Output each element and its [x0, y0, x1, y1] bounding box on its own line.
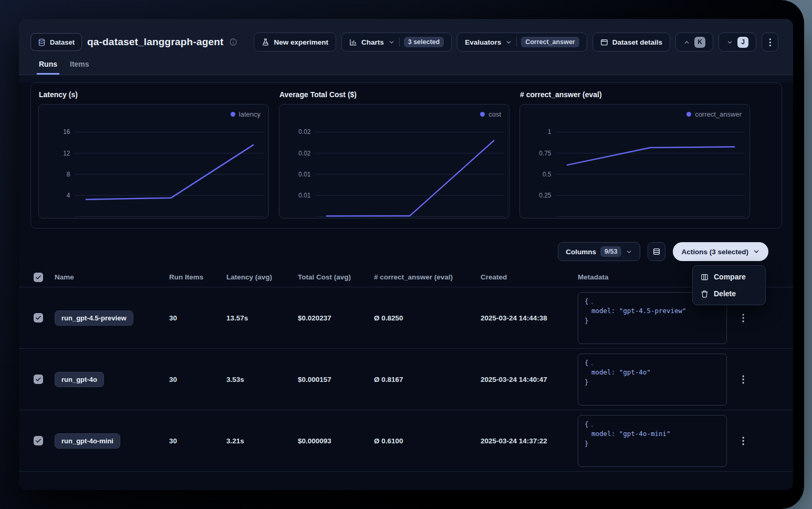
column-header-latency[interactable]: Latency (avg)	[226, 273, 298, 281]
chevron-down-icon	[505, 39, 512, 46]
row-checkbox[interactable]	[34, 375, 43, 384]
row-kebab-icon[interactable]: ⋮	[731, 435, 793, 446]
correct-answer-cell: Ø 0.8167	[374, 376, 481, 383]
column-header-correct-answer[interactable]: # correct_answer (eval)	[374, 273, 481, 281]
new-experiment-button[interactable]: New experiment	[254, 33, 336, 51]
correct-answer-line-chart: 10.750.50.25	[520, 105, 749, 218]
svg-text:12: 12	[63, 150, 70, 157]
collapse-chevron-icon[interactable]: ⌄	[591, 422, 594, 428]
dataset-details-button[interactable]: Dataset details	[592, 33, 670, 51]
svg-text:0.02: 0.02	[298, 128, 310, 136]
columns-count-badge: 9/53	[600, 246, 621, 257]
table-row: run_gpt-4.5-preview 30 13.57s $0.020237 …	[19, 287, 793, 349]
svg-text:0.01: 0.01	[298, 171, 311, 178]
json-close-brace: }	[585, 316, 720, 326]
total-cost-cell: $0.000157	[298, 376, 374, 383]
dataset-details-label: Dataset details	[612, 38, 662, 46]
prev-dataset-button[interactable]: K	[675, 33, 713, 51]
correct-answer-cell: Ø 0.6100	[374, 437, 481, 445]
svg-text:0.75: 0.75	[539, 150, 551, 157]
menu-item-compare[interactable]: Compare	[695, 268, 763, 285]
chart-correct-answer: # correct_answer (eval) correct_answer 1…	[519, 90, 750, 219]
legend: cost	[480, 110, 501, 118]
legend-dot	[480, 112, 485, 117]
tab-runs[interactable]: Runs	[37, 60, 59, 75]
dataset-type-badge: Dataset	[30, 33, 82, 51]
svg-text:0.02: 0.02	[298, 150, 310, 157]
charts-dropdown-button[interactable]: Charts 3 selected	[341, 33, 452, 51]
chevron-down-icon	[753, 248, 760, 255]
correct-answer-cell: Ø 0.8250	[374, 314, 481, 322]
run-items-cell: 30	[169, 437, 226, 445]
chart-latency: Latency (s) latency 161284	[38, 90, 269, 219]
table-controls: Columns 9/53 Actions (3 selected)	[19, 242, 793, 261]
metadata-json-box[interactable]: {⌄ model: "gpt-4o-mini" }	[578, 415, 727, 467]
tabs: Runs Items	[30, 60, 778, 75]
row-kebab-icon[interactable]: ⋮	[731, 373, 793, 385]
divider	[516, 37, 517, 47]
run-name-pill[interactable]: run_gpt-4.5-preview	[55, 310, 133, 326]
svg-text:0.5: 0.5	[543, 171, 551, 178]
chevron-down-icon	[388, 39, 395, 46]
compare-label: Compare	[714, 273, 746, 281]
column-header-total-cost[interactable]: Total Cost (avg)	[298, 273, 374, 281]
app-window: Dataset qa-dataset_langgraph-agent New e…	[19, 19, 793, 490]
svg-text:0.25: 0.25	[539, 192, 551, 199]
select-all-checkbox[interactable]	[34, 273, 43, 282]
evaluators-selected-badge: Correct_answer	[521, 37, 579, 47]
total-cost-cell: $0.020237	[298, 314, 374, 322]
collapse-chevron-icon[interactable]: ⌄	[591, 299, 594, 305]
svg-text:4: 4	[67, 192, 70, 199]
evaluators-dropdown-button[interactable]: Evaluators Correct_answer	[457, 33, 587, 51]
header-toolbar: New experiment Charts 3 selected	[254, 33, 778, 51]
column-header-name[interactable]: Name	[55, 273, 169, 281]
collapse-chevron-icon[interactable]: ⌄	[591, 360, 594, 366]
total-cost-cell: $0.000093	[298, 437, 374, 445]
run-name-pill[interactable]: run_gpt-4o	[55, 372, 104, 387]
column-header-run-items[interactable]: Run Items	[169, 273, 226, 281]
chart-card-latency: latency 161284	[38, 104, 269, 219]
chart-card-cost: cost 0.020.020.010.01	[279, 104, 509, 219]
run-name-pill[interactable]: run_gpt-4o-mini	[55, 433, 120, 449]
delete-label: Delete	[714, 289, 736, 298]
row-height-button[interactable]	[648, 242, 665, 261]
legend: latency	[231, 110, 261, 118]
row-checkbox[interactable]	[34, 313, 43, 323]
json-model-line: model: "gpt-4o-mini"	[585, 429, 720, 439]
run-items-cell: 30	[169, 314, 226, 322]
json-open-brace: {	[585, 297, 589, 305]
json-model-line: model: "gpt-4.5-preview"	[585, 306, 720, 316]
rows-icon	[652, 247, 661, 256]
info-icon[interactable]	[229, 38, 237, 46]
tab-items[interactable]: Items	[68, 60, 91, 75]
columns-button[interactable]: Columns 9/53	[558, 242, 640, 261]
new-experiment-label: New experiment	[274, 38, 328, 46]
runs-table: Name Run Items Latency (avg) Total Cost …	[19, 267, 793, 472]
column-header-created[interactable]: Created	[481, 273, 578, 281]
chart-cost: Average Total Cost ($) cost 0.020.020.01…	[279, 90, 509, 219]
created-cell: 2025-03-24 14:40:47	[481, 376, 578, 383]
json-open-brace: {	[585, 359, 589, 367]
svg-text:16: 16	[63, 128, 70, 136]
metadata-json-box[interactable]: {⌄ model: "gpt-4o" }	[578, 354, 727, 406]
chart-title: Average Total Cost ($)	[279, 90, 509, 99]
page-header: Dataset qa-dataset_langgraph-agent New e…	[19, 19, 793, 75]
charts-section: Latency (s) latency 161284 Average Total…	[30, 82, 782, 228]
user-menu-button[interactable]: J	[719, 33, 756, 51]
check-icon	[35, 438, 41, 444]
check-icon	[35, 376, 41, 382]
chevron-up-icon	[683, 39, 690, 46]
svg-text:1: 1	[548, 128, 551, 136]
menu-item-delete[interactable]: Delete	[695, 285, 763, 302]
table-header-row: Name Run Items Latency (avg) Total Cost …	[19, 267, 793, 287]
dataset-badge-label: Dataset	[50, 38, 75, 46]
folder-icon	[600, 38, 608, 46]
columns-label: Columns	[566, 248, 596, 256]
run-items-cell: 30	[169, 376, 226, 383]
row-kebab-icon[interactable]: ⋮	[731, 312, 793, 324]
svg-text:0.01: 0.01	[298, 192, 311, 199]
actions-button[interactable]: Actions (3 selected)	[673, 242, 768, 261]
row-checkbox[interactable]	[34, 436, 43, 445]
header-kebab-button[interactable]: ⋮	[762, 33, 778, 51]
cost-line-chart: 0.020.020.010.01	[279, 105, 509, 218]
